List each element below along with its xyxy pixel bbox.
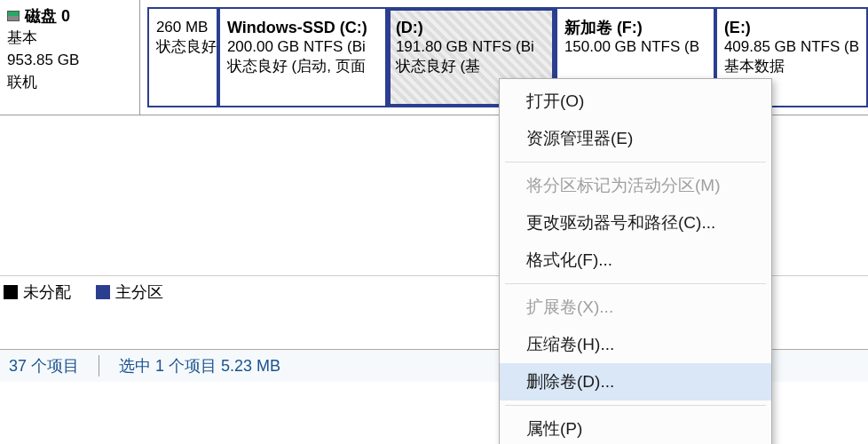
menu-explorer[interactable]: 资源管理器(E) — [500, 120, 771, 157]
menu-separator — [505, 405, 766, 406]
menu-open[interactable]: 打开(O) — [500, 83, 771, 120]
partition-reserved[interactable]: 260 MB 状态良好 — [147, 7, 218, 107]
disk-type: 基本 — [7, 27, 132, 49]
legend-unallocated: 未分配 — [4, 281, 71, 303]
swatch-primary — [96, 285, 110, 299]
status-selected: 选中 1 个项目 5.23 MB — [119, 355, 300, 377]
disk-status: 联机 — [7, 71, 132, 93]
menu-separator — [505, 162, 766, 163]
swatch-unallocated — [4, 285, 18, 299]
legend-primary: 主分区 — [96, 281, 163, 303]
menu-extend: 扩展卷(X)... — [500, 289, 771, 326]
menu-format[interactable]: 格式化(F)... — [500, 242, 771, 279]
menu-change-drive[interactable]: 更改驱动器号和路径(C)... — [500, 204, 771, 242]
disk-title: 磁盘 0 — [25, 5, 70, 27]
menu-properties[interactable]: 属性(P) — [500, 410, 771, 444]
disk-info-panel: 磁盘 0 基本 953.85 GB 联机 — [0, 0, 140, 115]
menu-mark-active: 将分区标记为活动分区(M) — [500, 167, 771, 204]
menu-separator — [505, 283, 766, 284]
menu-shrink[interactable]: 压缩卷(H)... — [500, 326, 771, 363]
status-count: 37 个项目 — [9, 355, 99, 377]
disk-size: 953.85 GB — [7, 49, 132, 71]
disk-icon — [7, 11, 20, 21]
menu-delete[interactable]: 删除卷(D)... — [500, 363, 771, 400]
context-menu: 打开(O) 资源管理器(E) 将分区标记为活动分区(M) 更改驱动器号和路径(C… — [499, 78, 772, 444]
partition-c[interactable]: Windows-SSD (C:) 200.00 GB NTFS (Bi 状态良好… — [218, 7, 387, 107]
